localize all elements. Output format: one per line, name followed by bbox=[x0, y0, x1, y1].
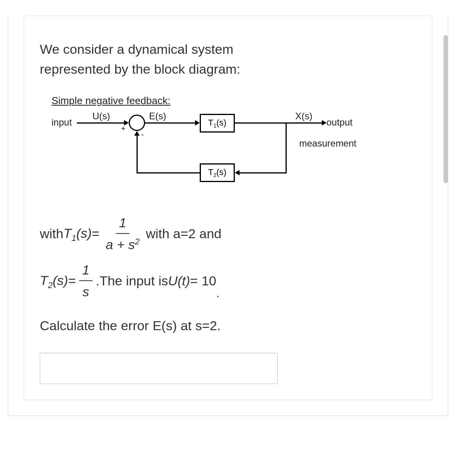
label-plus: + bbox=[121, 124, 126, 133]
fraction-t1: 1 a + s2 bbox=[103, 212, 143, 255]
eq-text: with a=2 and bbox=[146, 223, 222, 244]
arrowhead-left-icon bbox=[235, 170, 240, 175]
t2-text: T2(s) bbox=[208, 167, 227, 178]
fraction-t2: 1 s bbox=[79, 259, 93, 303]
t1-suffix: (s) bbox=[216, 118, 227, 127]
wire bbox=[77, 122, 125, 124]
eq-text: with bbox=[40, 223, 63, 244]
frac-den: a + s2 bbox=[103, 234, 143, 255]
eq-text: The input is bbox=[99, 270, 168, 291]
scrollbar-thumb[interactable] bbox=[444, 35, 448, 183]
label-x: X(s) bbox=[295, 111, 312, 122]
intro-line2: represented by the block diagram: bbox=[40, 62, 240, 76]
wire bbox=[239, 172, 287, 173]
eq-text: . bbox=[216, 284, 219, 303]
t1-sub: 1 bbox=[213, 122, 216, 129]
t2-symbol: T2(s) bbox=[40, 270, 68, 292]
frac-den: s bbox=[80, 281, 92, 302]
frac-num: 1 bbox=[116, 212, 130, 234]
label-minus: - bbox=[141, 130, 144, 139]
block-diagram: input U(s) + - E(s) T1(s) bbox=[51, 111, 371, 196]
summing-junction bbox=[129, 115, 145, 131]
eq-text: = 10 bbox=[190, 270, 216, 291]
block-t2: T2(s) bbox=[200, 163, 235, 182]
question-text: Calculate the error E(s) at s=2. bbox=[40, 318, 416, 333]
label-output: output bbox=[326, 117, 353, 128]
arrowhead-right-icon bbox=[322, 120, 326, 126]
frac-num: 1 bbox=[79, 259, 93, 281]
page-frame: We consider a dynamical system represent… bbox=[8, 16, 448, 416]
t1-text: T1(s) bbox=[208, 118, 227, 129]
intro-line1: We consider a dynamical system bbox=[40, 42, 233, 57]
label-measurement: measurement bbox=[299, 138, 357, 149]
t1-symbol: T1(s) bbox=[63, 223, 92, 245]
eq-sign: = bbox=[68, 270, 76, 291]
equation-t2: T2(s) = 1 s . The input is U(t) = 10 . bbox=[40, 259, 416, 303]
intro-text: We consider a dynamical system represent… bbox=[40, 39, 416, 79]
label-e: E(s) bbox=[149, 111, 166, 122]
equation-t1: with T1(s) = 1 a + s2 with a=2 and bbox=[40, 212, 416, 255]
arrowhead-right-icon bbox=[195, 120, 200, 126]
arrowhead-up-icon bbox=[134, 131, 140, 136]
wire bbox=[235, 122, 323, 124]
wire bbox=[286, 122, 287, 173]
answer-input[interactable] bbox=[40, 353, 278, 384]
t1-letter: T bbox=[208, 118, 213, 127]
label-u: U(s) bbox=[92, 111, 110, 122]
label-input: input bbox=[51, 117, 72, 128]
wire bbox=[145, 122, 196, 124]
diagram-title: Simple negative feedback: bbox=[51, 95, 416, 107]
t2-sub: 2 bbox=[213, 172, 216, 178]
question-card: We consider a dynamical system represent… bbox=[24, 16, 432, 400]
eq-text: . bbox=[96, 270, 99, 291]
t2-suffix: (s) bbox=[216, 167, 227, 177]
u-t-symbol: U(t) bbox=[168, 270, 190, 291]
eq-sign: = bbox=[92, 223, 99, 244]
wire bbox=[137, 172, 200, 173]
t2-letter: T bbox=[208, 167, 213, 177]
scrollbar-track[interactable] bbox=[443, 8, 448, 416]
wire bbox=[137, 135, 138, 173]
block-t1: T1(s) bbox=[200, 114, 235, 133]
